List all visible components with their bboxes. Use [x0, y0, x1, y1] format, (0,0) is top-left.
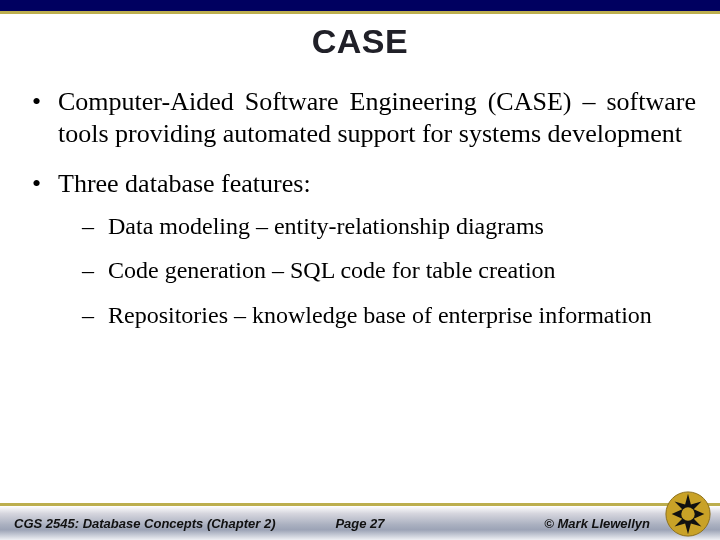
- sub-bullet-item: Code generation – SQL code for table cre…: [58, 255, 696, 286]
- top-band: [0, 0, 720, 11]
- top-rule: [0, 11, 720, 14]
- footer-copyright: © Mark Llewellyn: [544, 516, 650, 531]
- bullet-item: Computer-Aided Software Engineering (CAS…: [24, 86, 696, 150]
- footer-course: CGS 2545: Database Concepts (Chapter 2): [14, 516, 276, 531]
- svg-point-1: [681, 507, 694, 520]
- slide-body: Computer-Aided Software Engineering (CAS…: [24, 86, 696, 349]
- bullet-list: Computer-Aided Software Engineering (CAS…: [24, 86, 696, 331]
- footer-page: Page 27: [335, 516, 384, 531]
- bullet-text: Three database features:: [58, 169, 311, 198]
- sub-bullet-item: Data modeling – entity-relationship diag…: [58, 211, 696, 242]
- sub-bullet-item: Repositories – knowledge base of enterpr…: [58, 300, 696, 331]
- sub-bullet-list: Data modeling – entity-relationship diag…: [58, 211, 696, 331]
- footer-bar: CGS 2545: Database Concepts (Chapter 2) …: [0, 506, 720, 540]
- slide-title: CASE: [0, 22, 720, 61]
- ucf-logo-icon: [664, 490, 712, 538]
- bullet-item: Three database features: Data modeling –…: [24, 168, 696, 330]
